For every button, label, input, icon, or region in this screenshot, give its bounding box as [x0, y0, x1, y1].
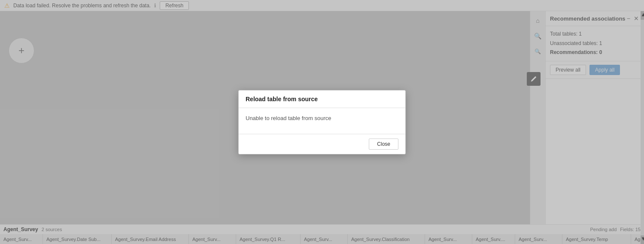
- modal-footer: Close: [239, 134, 405, 154]
- modal-title: Reload table from source: [239, 90, 405, 108]
- modal-close-button[interactable]: Close: [369, 139, 398, 150]
- modal-body: Unable to reload table from source: [239, 108, 405, 134]
- modal-overlay: Reload table from source Unable to reloa…: [0, 0, 644, 244]
- reload-table-modal: Reload table from source Unable to reloa…: [238, 90, 406, 154]
